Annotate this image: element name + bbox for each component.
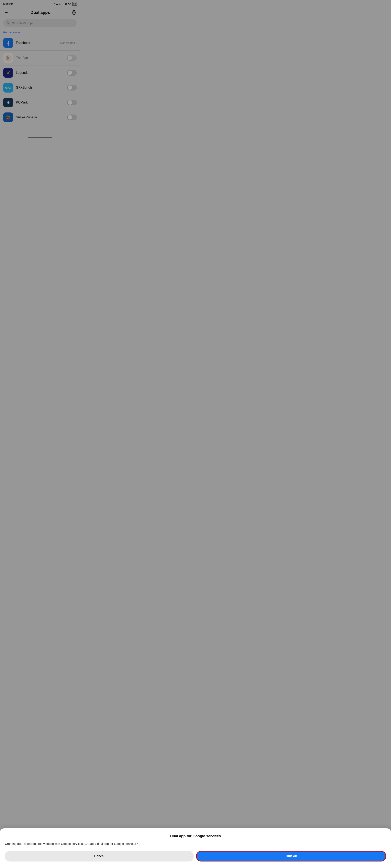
dialog-overlay [0, 0, 80, 173]
